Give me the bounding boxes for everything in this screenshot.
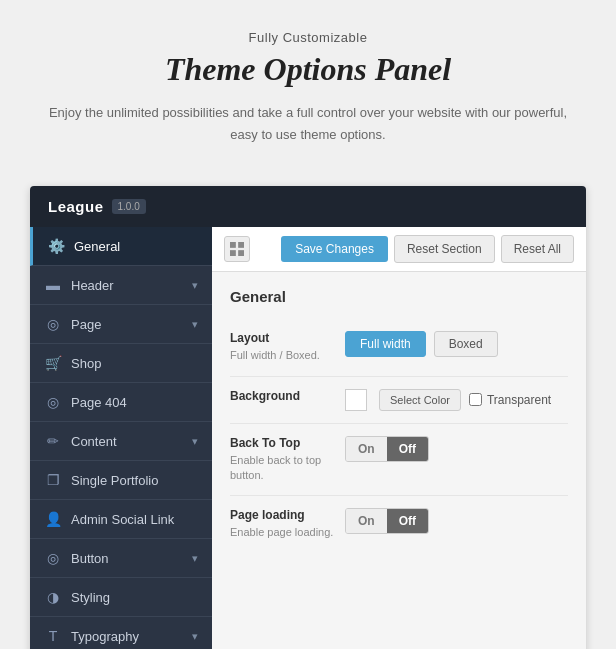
option-control-page-loading: OnOff (345, 508, 429, 534)
chevron-icon-button: ▾ (192, 552, 198, 565)
chevron-icon-page: ▾ (192, 318, 198, 331)
sidebar-item-label-shop: Shop (71, 356, 198, 371)
sidebar-item-label-header: Header (71, 278, 192, 293)
svg-rect-2 (230, 250, 236, 256)
general-icon: ⚙️ (47, 237, 65, 255)
description: Enjoy the unlimited possibilities and ta… (40, 102, 576, 146)
single-portfolio-icon: ❐ (44, 471, 62, 489)
option-control-back-to-top: OnOff (345, 436, 429, 462)
option-row-layout: LayoutFull width / Boxed.Full widthBoxed (230, 319, 568, 376)
toggle-group-page-loading: OnOff (345, 508, 429, 534)
transparent-label: Transparent (487, 393, 551, 407)
sidebar-item-label-general: General (74, 239, 198, 254)
page-icon: ◎ (44, 315, 62, 333)
section-title: General (230, 288, 568, 305)
version-badge: 1.0.0 (112, 199, 146, 214)
grid-icon[interactable] (224, 236, 250, 262)
subtitle: Fully Customizable (40, 30, 576, 45)
svg-rect-1 (238, 242, 244, 248)
option-row-page-loading: Page loadingEnable page loading.OnOff (230, 496, 568, 552)
sidebar-item-shop[interactable]: 🛒Shop (30, 344, 212, 383)
toggle-on-page-loading[interactable]: On (346, 509, 387, 533)
sidebar-item-styling[interactable]: ◑Styling (30, 578, 212, 617)
sidebar-item-label-typography: Typography (71, 629, 192, 644)
sidebar-item-general[interactable]: ⚙️General (30, 227, 212, 266)
shop-icon: 🛒 (44, 354, 62, 372)
toggle-on-back-to-top[interactable]: On (346, 437, 387, 461)
option-control-background: Select ColorTransparent (345, 389, 551, 411)
option-desc-page-loading: Enable page loading. (230, 525, 345, 540)
option-row-background: BackgroundSelect ColorTransparent (230, 377, 568, 424)
reset-section-button[interactable]: Reset Section (394, 235, 495, 263)
main-title: Theme Options Panel (40, 51, 576, 88)
styling-icon: ◑ (44, 588, 62, 606)
panel-topbar: League 1.0.0 (30, 186, 586, 227)
sidebar-item-button[interactable]: ◎Button▾ (30, 539, 212, 578)
sidebar-item-header[interactable]: ▬Header▾ (30, 266, 212, 305)
admin-social-link-icon: 👤 (44, 510, 62, 528)
content-area: General LayoutFull width / Boxed.Full wi… (212, 272, 586, 569)
sidebar-item-label-button: Button (71, 551, 192, 566)
sidebar-item-label-page: Page (71, 317, 192, 332)
main-content: Save Changes Reset Section Reset All Gen… (212, 227, 586, 649)
sidebar-item-label-single-portfolio: Single Portfolio (71, 473, 198, 488)
sidebar-item-single-portfolio[interactable]: ❐Single Portfolio (30, 461, 212, 500)
transparent-checkbox[interactable] (469, 393, 482, 406)
option-label-back-to-top: Back To Top (230, 436, 345, 450)
option-label-background: Background (230, 389, 345, 403)
option-control-layout: Full widthBoxed (345, 331, 498, 357)
option-desc-back-to-top: Enable back to top button. (230, 453, 345, 484)
color-swatch (345, 389, 367, 411)
save-changes-button[interactable]: Save Changes (281, 236, 388, 262)
option-row-back-to-top: Back To TopEnable back to top button.OnO… (230, 424, 568, 497)
toolbar: Save Changes Reset Section Reset All (212, 227, 586, 272)
chevron-icon-typography: ▾ (192, 630, 198, 643)
content-icon: ✏ (44, 432, 62, 450)
panel-body: ⚙️General▬Header▾◎Page▾🛒Shop◎Page 404✏Co… (30, 227, 586, 649)
sidebar: ⚙️General▬Header▾◎Page▾🛒Shop◎Page 404✏Co… (30, 227, 212, 649)
option-label-layout: Layout (230, 331, 345, 345)
header-icon: ▬ (44, 276, 62, 294)
typography-icon: T (44, 627, 62, 645)
sidebar-item-label-content: Content (71, 434, 192, 449)
layout-btn-full-width[interactable]: Full width (345, 331, 426, 357)
sidebar-item-admin-social-link[interactable]: 👤Admin Social Link (30, 500, 212, 539)
panel-logo: League (48, 198, 104, 215)
option-desc-layout: Full width / Boxed. (230, 348, 345, 363)
sidebar-item-label-styling: Styling (71, 590, 198, 605)
option-label-page-loading: Page loading (230, 508, 345, 522)
top-section: Fully Customizable Theme Options Panel E… (0, 0, 616, 166)
sidebar-item-label-admin-social-link: Admin Social Link (71, 512, 198, 527)
transparent-checkbox-label[interactable]: Transparent (469, 393, 551, 407)
sidebar-item-page404[interactable]: ◎Page 404 (30, 383, 212, 422)
chevron-icon-content: ▾ (192, 435, 198, 448)
button-icon: ◎ (44, 549, 62, 567)
sidebar-item-label-page404: Page 404 (71, 395, 198, 410)
reset-all-button[interactable]: Reset All (501, 235, 574, 263)
sidebar-item-typography[interactable]: TTypography▾ (30, 617, 212, 649)
svg-rect-3 (238, 250, 244, 256)
theme-options-panel: League 1.0.0 ⚙️General▬Header▾◎Page▾🛒Sho… (30, 186, 586, 649)
select-color-button[interactable]: Select Color (379, 389, 461, 411)
toggle-off-back-to-top[interactable]: Off (387, 437, 428, 461)
svg-rect-0 (230, 242, 236, 248)
layout-btn-boxed[interactable]: Boxed (434, 331, 498, 357)
chevron-icon-header: ▾ (192, 279, 198, 292)
sidebar-item-content[interactable]: ✏Content▾ (30, 422, 212, 461)
page404-icon: ◎ (44, 393, 62, 411)
toggle-off-page-loading[interactable]: Off (387, 509, 428, 533)
sidebar-item-page[interactable]: ◎Page▾ (30, 305, 212, 344)
toggle-group-back-to-top: OnOff (345, 436, 429, 462)
